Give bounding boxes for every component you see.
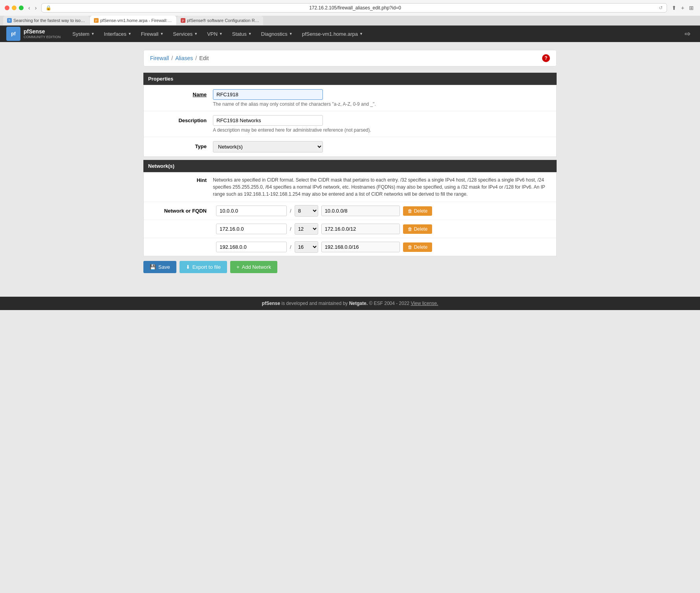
name-row: Name The name of the alias may only cons… [144, 85, 556, 111]
action-buttons: 💾 Save ⬇ Export to file + Add Network [143, 261, 557, 273]
back-button[interactable]: ‹ [27, 4, 32, 12]
description-field: A description may be entered here for ad… [213, 115, 550, 133]
breadcrumb: Firewall / Aliases / Edit ? [143, 50, 557, 66]
traffic-lights [5, 6, 24, 10]
save-button[interactable]: 💾 Save [143, 261, 176, 273]
nav-vpn[interactable]: VPN ▼ [203, 26, 227, 42]
minimize-button[interactable] [12, 6, 16, 10]
brand-logo: pf [6, 27, 20, 41]
brand-sub: COMMUNITY EDITION [24, 35, 60, 39]
description-label: Description [150, 115, 213, 123]
browser-window-buttons: ⬆ + ⊞ [670, 4, 695, 12]
cidr-select-2[interactable]: 12 [295, 223, 318, 235]
delete-button-1[interactable]: 🗑 Delete [403, 206, 432, 216]
interfaces-arrow-icon: ▼ [128, 32, 132, 36]
browser-tab-2[interactable]: p pfSense-vm1.home.arpa - Firewall: Alia… [90, 16, 176, 25]
nav-hostname[interactable]: pfSense-vm1.home.arpa ▼ [298, 26, 367, 42]
hint-row: Hint Networks are specified in CIDR form… [144, 173, 556, 202]
maximize-button[interactable] [19, 6, 24, 10]
close-button[interactable] [5, 6, 9, 10]
browser-tab-3[interactable]: p pfSense® software Configuration Recipe… [177, 16, 263, 25]
address-bar[interactable]: 🔒 172.16.2.105/firewall_aliases_edit.php… [41, 3, 667, 13]
description-hint: A description may be entered here for ad… [213, 127, 550, 133]
logout-button[interactable]: ⇨ [682, 28, 694, 40]
lock-icon: 🔒 [46, 5, 51, 11]
nav-diagnostics[interactable]: Diagnostics ▼ [257, 26, 297, 42]
delete-label-1: Delete [414, 208, 428, 214]
save-icon: 💾 [150, 264, 156, 270]
help-button[interactable]: ? [542, 54, 550, 62]
tab-label-1: Searching for the fastest way to isolate… [13, 18, 86, 23]
nav-firewall[interactable]: Firewall ▼ [137, 26, 168, 42]
slash-2: / [290, 226, 291, 232]
forward-button[interactable]: › [33, 4, 38, 12]
footer-company: Netgate. [349, 301, 368, 306]
nav-system[interactable]: System ▼ [68, 26, 98, 42]
network-input-2[interactable] [216, 224, 287, 234]
tab-label-3: pfSense® software Configuration Recipes … [187, 18, 259, 23]
export-icon: ⬇ [186, 264, 190, 270]
slash-3: / [290, 244, 291, 250]
export-label: Export to file [192, 264, 221, 270]
breadcrumb-firewall[interactable]: Firewall [150, 55, 169, 61]
hint-text: Networks are specified in CIDR format. S… [213, 176, 550, 198]
breadcrumb-aliases[interactable]: Aliases [175, 55, 193, 61]
network-display-1[interactable] [321, 206, 400, 216]
add-label: Add Network [242, 264, 271, 270]
new-tab-button[interactable]: + [680, 4, 686, 12]
delete-button-2[interactable]: 🗑 Delete [403, 224, 432, 234]
description-row: Description A description may be entered… [144, 111, 556, 137]
type-field: Network(s) Host(s) Port(s) URL URL Table… [213, 141, 550, 152]
cidr-select-3[interactable]: 16 [295, 241, 318, 253]
tab-favicon-2: p [94, 18, 99, 23]
trash-icon-2: 🗑 [408, 226, 412, 232]
network-display-3[interactable] [321, 242, 400, 252]
footer-copyright: © ESF 2004 - 2022 [369, 301, 410, 306]
nav-right: ⇨ [682, 28, 694, 40]
share-button[interactable]: ⬆ [670, 4, 678, 12]
properties-section-header: Properties [143, 73, 557, 85]
hostname-arrow-icon: ▼ [359, 32, 363, 36]
browser-controls: ‹ › [27, 4, 38, 12]
firewall-arrow-icon: ▼ [160, 32, 163, 36]
network-display-2[interactable] [321, 224, 400, 234]
browser-tabs: S Searching for the fastest way to isola… [0, 16, 700, 25]
delete-button-3[interactable]: 🗑 Delete [403, 242, 432, 252]
brand-text: pfSense COMMUNITY EDITION [24, 28, 60, 39]
brand: pf pfSense COMMUNITY EDITION [6, 27, 60, 41]
network-fqdn-label: Network or FQDN [150, 208, 213, 214]
add-network-button[interactable]: + Add Network [230, 261, 277, 273]
export-button[interactable]: ⬇ Export to file [180, 261, 227, 273]
network-input-1[interactable] [216, 206, 287, 216]
footer-license-link[interactable]: View license. [411, 301, 438, 306]
networks-form: Hint Networks are specified in CIDR form… [143, 172, 557, 256]
network-row-2: / 12 🗑 Delete [144, 220, 556, 238]
browser-tab-1[interactable]: S Searching for the fastest way to isola… [3, 16, 90, 25]
grid-button[interactable]: ⊞ [687, 4, 695, 12]
reload-icon: ↺ [659, 5, 663, 11]
name-label: Name [150, 89, 213, 97]
tab-favicon-1: S [7, 18, 12, 23]
properties-form: Name The name of the alias may only cons… [143, 85, 557, 157]
nav-status[interactable]: Status ▼ [228, 26, 256, 42]
network-input-3[interactable] [216, 242, 287, 252]
slash-1: / [290, 208, 291, 214]
vpn-arrow-icon: ▼ [219, 32, 223, 36]
networks-section-header: Network(s) [143, 160, 557, 172]
type-select[interactable]: Network(s) Host(s) Port(s) URL URL Table… [213, 141, 323, 152]
trash-icon-1: 🗑 [408, 208, 412, 214]
status-arrow-icon: ▼ [248, 32, 252, 36]
nav-services[interactable]: Services ▼ [169, 26, 202, 42]
name-input[interactable] [213, 89, 323, 100]
browser-titlebar: ‹ › 🔒 172.16.2.105/firewall_aliases_edit… [0, 0, 700, 16]
hint-label: Hint [150, 176, 213, 183]
network-row-3: / 16 🗑 Delete [144, 238, 556, 256]
delete-label-2: Delete [414, 226, 428, 232]
cidr-select-1[interactable]: 8 [295, 205, 318, 217]
description-input[interactable] [213, 115, 323, 126]
nav-interfaces[interactable]: Interfaces ▼ [100, 26, 136, 42]
brand-name: pfSense [24, 28, 60, 35]
url-display: 172.16.2.105/firewall_aliases_edit.php?i… [54, 5, 656, 11]
type-label: Type [150, 141, 213, 149]
browser-chrome: ‹ › 🔒 172.16.2.105/firewall_aliases_edit… [0, 0, 700, 26]
